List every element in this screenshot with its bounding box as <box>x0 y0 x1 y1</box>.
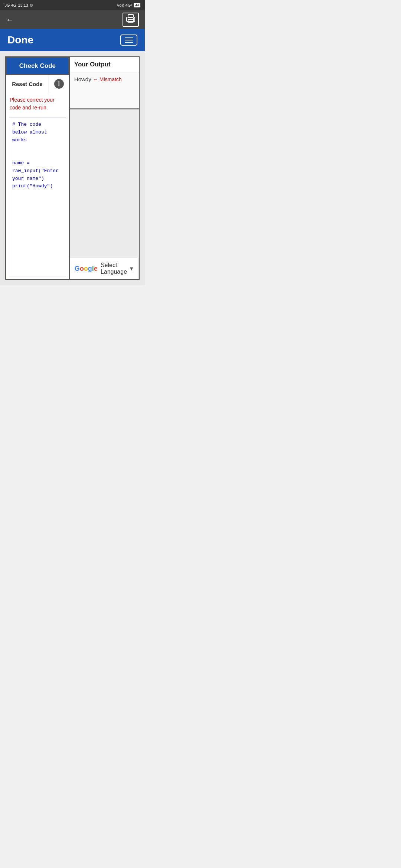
whatsapp-icon: © <box>30 3 33 7</box>
info-icon: i <box>54 79 64 89</box>
top-button-row: Check Code <box>6 57 69 75</box>
code-editor[interactable]: # The code below almost works name = raw… <box>9 118 66 276</box>
lte-status: Vo)) 4G² <box>117 3 132 7</box>
menu-button[interactable] <box>120 34 137 46</box>
select-language-bar[interactable]: Google Select Language ▼ <box>70 258 139 279</box>
network-status: 3G 4G <box>4 3 16 7</box>
battery-indicator: 44 <box>134 3 140 7</box>
status-right: Vo)) 4G² 44 <box>117 3 140 7</box>
check-code-button[interactable]: Check Code <box>6 57 69 75</box>
back-button[interactable]: ← <box>6 16 13 24</box>
dropdown-arrow-icon: ▼ <box>129 266 134 272</box>
mismatch-label: ← Mismatch <box>93 76 122 82</box>
two-column-layout: Check Code Reset Code i Please correct y… <box>5 56 140 280</box>
output-area: Howdy ← Mismatch <box>70 72 139 109</box>
hamburger-line-1 <box>125 37 133 38</box>
svg-rect-3 <box>133 18 134 19</box>
output-text: Howdy <box>74 76 91 82</box>
main-content: Check Code Reset Code i Please correct y… <box>0 51 145 285</box>
left-panel: Check Code Reset Code i Please correct y… <box>6 57 70 279</box>
nav-bar: ← <box>0 10 145 29</box>
hamburger-line-3 <box>125 42 133 43</box>
hamburger-line-2 <box>125 40 133 40</box>
status-left: 3G 4G 13:13 © <box>4 3 33 7</box>
header-bar: Done <box>0 29 145 51</box>
google-logo: Google <box>75 265 98 273</box>
print-button[interactable] <box>123 13 139 27</box>
select-language-label: Select Language <box>101 262 129 275</box>
error-message: Please correct your code and re-run. <box>6 92 69 115</box>
output-header: Your Output <box>70 57 139 72</box>
right-panel: Your Output Howdy ← Mismatch Google Sele… <box>70 57 139 279</box>
info-button[interactable]: i <box>49 75 69 92</box>
page-title: Done <box>7 34 33 46</box>
output-lower-area <box>70 109 139 258</box>
time: 13:13 <box>18 3 28 7</box>
reset-code-button[interactable]: Reset Code <box>6 75 49 92</box>
status-bar: 3G 4G 13:13 © Vo)) 4G² 44 <box>0 0 145 10</box>
bottom-button-row: Reset Code i <box>6 75 69 92</box>
